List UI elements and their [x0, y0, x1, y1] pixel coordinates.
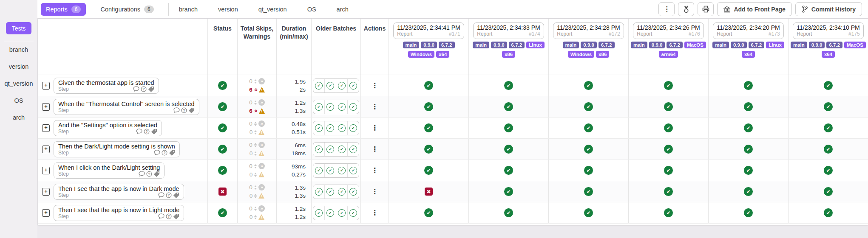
help-icon[interactable]: ?	[166, 192, 172, 198]
comment-icon[interactable]	[173, 107, 180, 113]
row-actions-button[interactable]: ⋮	[372, 146, 378, 153]
expand-button[interactable]: +	[42, 146, 50, 153]
older-pass-icon: ✔	[349, 82, 357, 90]
older-batch-status[interactable]: ✔	[325, 143, 336, 156]
older-batch-status[interactable]: ✔	[348, 143, 359, 156]
help-icon[interactable]: ?	[141, 86, 147, 92]
row-actions-button[interactable]: ⋮	[372, 188, 378, 195]
topbar-filter-arch[interactable]: arch	[337, 6, 349, 13]
report-header-box[interactable]: 11/23/2025, 2:34:10 PMReport#175	[793, 22, 863, 39]
sidebar-item-qt_version[interactable]: qt_version	[0, 75, 37, 92]
sidebar-item-branch[interactable]: branch	[0, 41, 37, 58]
row-actions-button[interactable]: ⋮	[372, 167, 378, 174]
older-batch-status[interactable]: ✔	[336, 143, 348, 156]
row-actions-button[interactable]: ⋮	[372, 104, 378, 110]
more-options-button[interactable]: ⋮	[658, 2, 675, 16]
older-batch-status[interactable]: ✔	[325, 121, 336, 135]
report-header-box[interactable]: 11/23/2025, 2:34:20 PMReport#173	[713, 22, 783, 39]
step-card[interactable]: When the "Thermostat Control" screen is …	[54, 99, 199, 115]
older-batch-status[interactable]: ✔	[336, 185, 348, 199]
comment-icon[interactable]	[139, 171, 145, 176]
older-batch-status[interactable]: ✔	[313, 121, 325, 135]
expand-button[interactable]: +	[42, 188, 50, 196]
sidebar-item-version[interactable]: version	[0, 58, 37, 75]
topbar-filter-branch[interactable]: branch	[179, 6, 198, 13]
older-batch-status[interactable]: ✔	[313, 164, 325, 177]
older-batch-status[interactable]: ✔	[348, 206, 359, 220]
tag-icon[interactable]	[153, 171, 160, 177]
older-batch-status[interactable]: ✔	[313, 185, 325, 199]
older-batch-status[interactable]: ✔	[313, 143, 325, 156]
sidebar-item-arch[interactable]: arch	[0, 109, 37, 126]
comment-icon[interactable]	[154, 150, 160, 155]
older-batch-status[interactable]: ✔	[336, 164, 348, 177]
report-header-box[interactable]: 11/23/2025, 2:34:26 PMReport#176	[633, 22, 703, 39]
expand-button[interactable]: +	[42, 209, 50, 217]
tab-label: Reports	[46, 6, 68, 13]
older-batch-status[interactable]: ✔	[348, 100, 359, 114]
comment-icon[interactable]	[136, 129, 142, 134]
pass-icon: ✔	[584, 187, 593, 196]
expand-button[interactable]: +	[42, 82, 50, 90]
medal-button[interactable]	[678, 2, 694, 16]
step-card[interactable]: Then I see that the app is now in Light …	[54, 205, 184, 221]
tab-reports[interactable]: Reports6	[41, 3, 86, 16]
older-batch-status[interactable]: ✔	[313, 206, 325, 220]
tag-icon[interactable]	[173, 213, 179, 219]
tag-icon[interactable]	[148, 86, 154, 92]
help-icon[interactable]: ?	[162, 150, 167, 156]
report-header-box[interactable]: 11/23/2025, 2:34:28 PMReport#172	[553, 22, 624, 39]
step-card[interactable]: And the "Settings" option is selectedSte…	[54, 120, 162, 136]
row-actions-button[interactable]: ⋮	[372, 210, 378, 216]
tag-icon[interactable]	[151, 129, 157, 134]
tag-icon[interactable]	[169, 150, 175, 156]
duration-max: 18ms	[292, 149, 306, 157]
help-icon[interactable]: ?	[181, 107, 187, 113]
older-batch-status[interactable]: ✔	[325, 100, 336, 114]
help-icon[interactable]: ?	[144, 129, 150, 134]
older-batch-status[interactable]: ✔	[325, 79, 336, 92]
report-header-box[interactable]: 11/23/2025, 2:34:33 PMReport#174	[473, 22, 544, 39]
row-actions-button[interactable]: ⋮	[372, 125, 378, 132]
sidebar-item-OS[interactable]: OS	[0, 92, 37, 109]
duration-min: 1.9s	[295, 78, 306, 86]
older-batch-status[interactable]: ✔	[348, 164, 359, 177]
help-icon[interactable]: ?	[146, 171, 152, 177]
step-card[interactable]: Then the Dark/Light mode setting is show…	[54, 141, 180, 157]
older-batch-status[interactable]: ✔	[336, 79, 348, 92]
tests-button[interactable]: Tests	[6, 22, 31, 34]
older-batch-status[interactable]: ✔	[336, 121, 348, 135]
expand-button[interactable]: +	[42, 167, 50, 174]
step-card[interactable]: When I click on the Dark/Light settingSt…	[54, 162, 165, 179]
table-header-row: Status Total Skips, Warnings Duration (m…	[38, 19, 868, 75]
tab-configurations[interactable]: Configurations6	[95, 3, 159, 16]
topbar-filter-version[interactable]: version	[218, 6, 238, 13]
older-batch-status[interactable]: ✔	[348, 121, 359, 135]
tag-icon[interactable]	[173, 192, 179, 198]
print-button[interactable]	[698, 2, 714, 16]
older-batch-status[interactable]: ✔	[348, 185, 359, 199]
older-batch-status[interactable]: ✔	[336, 100, 348, 114]
comment-icon[interactable]	[158, 192, 165, 198]
topbar-filter-qt_version[interactable]: qt_version	[258, 6, 287, 13]
comment-icon[interactable]	[158, 213, 165, 219]
older-batch-status[interactable]: ✔	[325, 206, 336, 220]
topbar-filter-OS[interactable]: OS	[307, 6, 316, 13]
older-batch-status[interactable]: ✔	[336, 206, 348, 220]
commit-history-button[interactable]: Commit History	[795, 2, 862, 16]
older-batch-status[interactable]: ✔	[325, 185, 336, 199]
report-header-box[interactable]: 11/23/2025, 2:34:41 PMReport#171	[393, 22, 464, 39]
tag-icon[interactable]	[188, 107, 195, 113]
step-card[interactable]: Given the thermostat app is startedStep?	[54, 78, 159, 94]
help-icon[interactable]: ?	[166, 213, 172, 219]
step-card[interactable]: Then I see that the app is now in Dark m…	[54, 184, 184, 200]
add-to-front-page-button[interactable]: Add to Front Page	[717, 2, 791, 16]
older-batch-status[interactable]: ✔	[313, 79, 325, 92]
older-batch-status[interactable]: ✔	[325, 164, 336, 177]
row-actions-button[interactable]: ⋮	[372, 82, 378, 89]
comment-icon[interactable]	[133, 86, 139, 92]
expand-button[interactable]: +	[42, 124, 50, 132]
older-batch-status[interactable]: ✔	[348, 79, 359, 92]
older-batch-status[interactable]: ✔	[313, 100, 325, 114]
expand-button[interactable]: +	[42, 103, 50, 111]
